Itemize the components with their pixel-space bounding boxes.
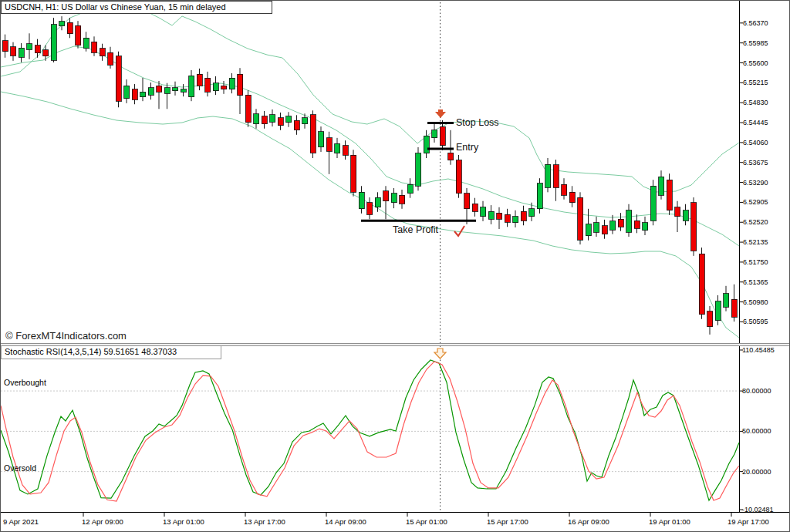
price-axis-label: 6.54060 (743, 139, 768, 146)
bollinger-upper-band (1, 6, 739, 192)
candle-body (602, 226, 607, 234)
candle-body (11, 47, 16, 56)
candle-body (634, 221, 640, 228)
watermark: © ForexMT4Indicators.com (5, 330, 127, 342)
candle-body (43, 50, 49, 56)
candle-body (92, 42, 97, 52)
candle-body (100, 49, 105, 56)
candle-body (537, 184, 542, 209)
time-axis-label: 13 Apr 17:00 (244, 517, 285, 526)
take-profit-label: Take Profit (393, 224, 438, 235)
price-axis-label: 6.56370 (743, 19, 768, 27)
candle-body (488, 211, 494, 219)
indicator-axis-label: -10.02481 (742, 506, 774, 513)
candle-body (707, 311, 713, 327)
candle-body (76, 25, 81, 45)
price-axis-label: 6.51365 (743, 278, 768, 286)
candle-body (164, 88, 170, 93)
price-axis-label: 6.55600 (743, 59, 768, 67)
candle-body (594, 223, 599, 232)
candle-body (659, 177, 664, 195)
candle-body (173, 88, 178, 91)
candle-body (148, 88, 154, 95)
candle-body (505, 214, 510, 222)
indicator-axis-label: 50.00000 (742, 427, 771, 435)
candle-body (691, 203, 697, 251)
price-axis-label: 6.52905 (743, 198, 768, 206)
candle-body (400, 195, 405, 204)
time-axis-label: 19 Apr 17:00 (728, 517, 769, 526)
candle-body (83, 38, 89, 48)
candle-body (2, 41, 8, 52)
time-axis-label: 12 Apr 09:00 (82, 517, 123, 526)
candle-body (683, 210, 688, 221)
candle-body (472, 204, 478, 211)
time-axis-label: 15 Apr 01:00 (406, 517, 447, 526)
price-axis-label: 6.50595 (743, 318, 768, 325)
candle-body (448, 153, 454, 160)
time-axis-label: 9 Apr 2021 (3, 517, 39, 526)
candle-body (238, 74, 243, 96)
candle-body (416, 153, 421, 186)
price-axis-label: 6.55985 (743, 39, 768, 47)
sell-arrow-icon[interactable] (435, 109, 446, 118)
candle-body (262, 116, 267, 124)
candle-body (569, 192, 575, 202)
candle-body (626, 210, 632, 232)
time-axis-label: 16 Apr 09:00 (568, 517, 609, 526)
candle-body (715, 301, 721, 321)
chart-canvas[interactable] (1, 1, 790, 532)
price-axis-label: 6.51750 (743, 258, 768, 266)
price-axis-label: 6.50980 (743, 298, 768, 306)
candle-body (391, 194, 397, 203)
candle-body (464, 194, 470, 209)
candle-body (731, 299, 737, 317)
price-axis-label: 6.52520 (743, 218, 768, 226)
candle-body (343, 146, 348, 155)
indicator-title: Stochastic RSI(14,3,5,14) 59.51651 48.37… (1, 346, 221, 359)
candle-body (116, 56, 121, 101)
candle-body (675, 207, 680, 217)
candle-body (27, 44, 32, 49)
stochastic-rsi-panel (1, 360, 739, 501)
time-axis-label: 15 Apr 17:00 (487, 517, 528, 526)
candle-body (586, 224, 591, 236)
candle-body (529, 209, 535, 217)
candle-body (140, 92, 146, 97)
candle-body (335, 143, 340, 153)
candle-body (124, 86, 130, 99)
candle-body (407, 184, 413, 193)
candle-body (326, 138, 332, 151)
candle-body (213, 83, 218, 91)
entry-label: Entry (456, 142, 478, 153)
candle-body (286, 116, 292, 123)
candle-body (197, 74, 202, 86)
price-axis-label: 6.55215 (743, 79, 768, 86)
candle-body (294, 120, 299, 130)
candle-body (270, 115, 275, 122)
price-axis-label: 6.53675 (743, 159, 768, 167)
candle-body (424, 136, 429, 153)
candle-body (618, 219, 623, 227)
candlesticks (2, 16, 737, 335)
candle-body (51, 25, 56, 60)
candle-body (59, 22, 65, 26)
candle-body (132, 89, 137, 99)
candle-body (108, 52, 113, 65)
time-axis-label: 14 Apr 09:00 (325, 517, 366, 526)
candle-body (578, 197, 583, 240)
candle-body (481, 207, 486, 217)
oversold-label: Oversold (4, 463, 36, 473)
stoch-main-line (1, 360, 739, 500)
time-axis-label: 19 Apr 01:00 (649, 517, 690, 526)
candle-body (699, 254, 704, 315)
candle-body (456, 160, 461, 194)
price-axis-label: 6.52135 (743, 238, 768, 246)
candle-body (553, 165, 559, 188)
candle-body (35, 45, 40, 53)
candle-body (67, 22, 73, 34)
price-axis-label: 6.53290 (743, 179, 768, 187)
stop-loss-label: Stop Loss (456, 117, 499, 128)
candle-body (157, 86, 162, 92)
indicator-sell-arrow-icon[interactable] (434, 348, 446, 359)
